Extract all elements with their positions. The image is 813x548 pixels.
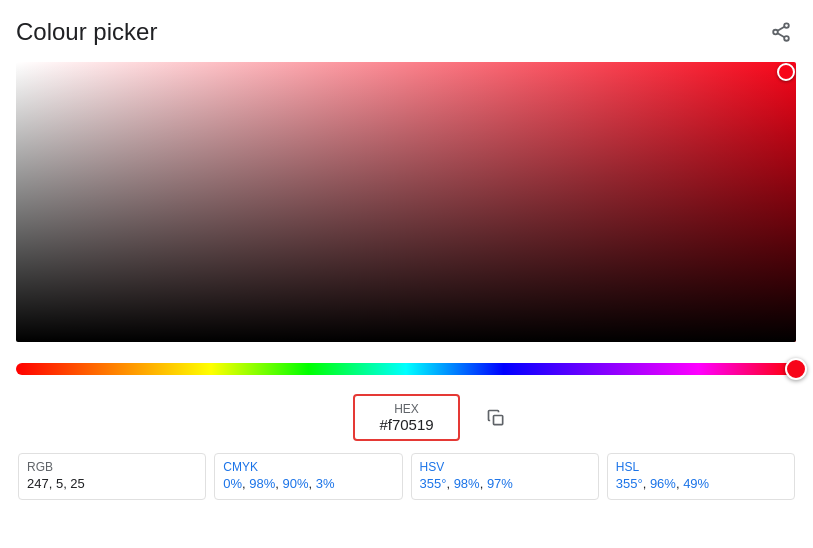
hsv-label: HSV xyxy=(420,460,590,474)
svg-line-3 xyxy=(778,27,785,31)
value-layer xyxy=(16,62,796,342)
hsl-label: HSL xyxy=(616,460,786,474)
hex-row: HEX #f70519 xyxy=(16,394,797,441)
hue-thumb[interactable] xyxy=(785,358,807,380)
svg-point-2 xyxy=(784,36,789,41)
hsl-value: 355°, 96%, 49% xyxy=(616,476,786,491)
page-title: Colour picker xyxy=(16,18,157,46)
hsl-box[interactable]: HSL 355°, 96%, 49% xyxy=(607,453,795,500)
hsv-box[interactable]: HSV 355°, 98%, 97% xyxy=(411,453,599,500)
gradient-canvas xyxy=(16,62,796,342)
saturation-value-picker[interactable] xyxy=(16,62,796,342)
svg-line-4 xyxy=(778,33,785,37)
hsv-value: 355°, 98%, 97% xyxy=(420,476,590,491)
svg-point-0 xyxy=(784,23,789,28)
hex-value: #f70519 xyxy=(379,416,433,433)
rgb-value: 247, 5, 25 xyxy=(27,476,197,491)
color-values-row: RGB 247, 5, 25 CMYK 0%, 98%, 90%, 3% HSV… xyxy=(16,453,797,500)
cmyk-box[interactable]: CMYK 0%, 98%, 90%, 3% xyxy=(214,453,402,500)
colour-picker-container: Colour picker HEX #f70519 xyxy=(0,0,813,516)
share-button[interactable] xyxy=(765,16,797,48)
copy-button[interactable] xyxy=(476,398,516,438)
cmyk-label: CMYK xyxy=(223,460,393,474)
saturation-cursor[interactable] xyxy=(777,63,795,81)
rgb-label: RGB xyxy=(27,460,197,474)
hex-input-box[interactable]: HEX #f70519 xyxy=(353,394,459,441)
hue-slider[interactable] xyxy=(16,360,796,378)
rgb-box[interactable]: RGB 247, 5, 25 xyxy=(18,453,206,500)
svg-point-1 xyxy=(773,30,778,35)
hue-track xyxy=(16,363,796,375)
header: Colour picker xyxy=(16,16,797,48)
hex-label: HEX xyxy=(379,402,433,416)
cmyk-value: 0%, 98%, 90%, 3% xyxy=(223,476,393,491)
svg-rect-5 xyxy=(493,415,502,424)
